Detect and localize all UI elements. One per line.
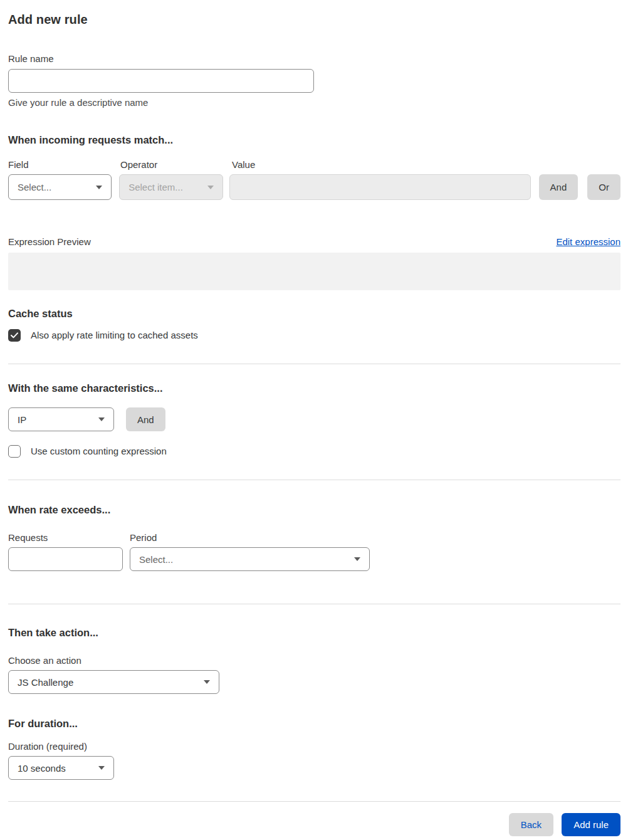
rule-name-input[interactable] bbox=[8, 69, 314, 93]
duration-select[interactable]: 10 seconds bbox=[8, 756, 114, 780]
choose-action-label: Choose an action bbox=[8, 654, 620, 667]
expression-preview-row: Expression Preview Edit expression bbox=[8, 236, 620, 248]
checkmark-icon bbox=[11, 332, 18, 339]
characteristics-and-button[interactable]: And bbox=[126, 407, 165, 431]
match-controls-row: Select... Select item... And Or bbox=[8, 174, 620, 200]
counting-checkbox-label: Use custom counting expression bbox=[31, 444, 167, 458]
period-label: Period bbox=[130, 532, 157, 544]
requests-input[interactable] bbox=[8, 547, 123, 571]
cache-checkbox-row: Also apply rate limiting to cached asset… bbox=[8, 328, 620, 342]
duration-label: Duration (required) bbox=[8, 740, 620, 753]
counting-expression-row: Use custom counting expression bbox=[8, 444, 620, 458]
rate-exceeds-heading: When rate exceeds... bbox=[8, 503, 620, 517]
chevron-down-icon bbox=[96, 186, 102, 189]
add-rule-button[interactable]: Add rule bbox=[562, 813, 620, 836]
characteristics-heading: With the same characteristics... bbox=[8, 381, 620, 395]
cache-checkbox-label: Also apply rate limiting to cached asset… bbox=[31, 328, 198, 342]
or-button[interactable]: Or bbox=[587, 174, 620, 200]
back-button[interactable]: Back bbox=[509, 813, 553, 836]
period-select[interactable]: Select... bbox=[130, 547, 370, 571]
chevron-down-icon bbox=[98, 766, 105, 770]
action-select[interactable]: JS Challenge bbox=[8, 670, 219, 694]
field-select-value: Select... bbox=[18, 182, 51, 192]
characteristic-select[interactable]: IP bbox=[8, 407, 114, 431]
take-action-heading: Then take action... bbox=[8, 626, 620, 639]
rate-controls-row: Select... bbox=[8, 547, 620, 571]
cache-assets-checkbox[interactable] bbox=[8, 329, 21, 342]
value-input bbox=[229, 174, 530, 200]
field-label: Field bbox=[8, 159, 120, 171]
match-labels-row: Field Operator Value bbox=[8, 159, 620, 171]
divider bbox=[8, 604, 620, 604]
expression-preview-label: Expression Preview bbox=[8, 236, 91, 248]
duration-heading: For duration... bbox=[8, 717, 620, 730]
page-title: Add new rule bbox=[8, 0, 620, 28]
divider bbox=[8, 801, 620, 802]
operator-select: Select item... bbox=[119, 174, 223, 200]
operator-label: Operator bbox=[120, 159, 232, 171]
expression-preview-box bbox=[8, 253, 620, 290]
custom-counting-checkbox[interactable] bbox=[8, 445, 21, 458]
divider bbox=[8, 364, 620, 364]
chevron-down-icon bbox=[207, 186, 214, 189]
rule-name-label: Rule name bbox=[8, 53, 620, 65]
rule-name-helper: Give your rule a descriptive name bbox=[8, 97, 620, 109]
divider bbox=[8, 480, 620, 480]
characteristics-row: IP And bbox=[8, 407, 620, 431]
value-label: Value bbox=[232, 159, 255, 171]
rate-labels-row: Requests Period bbox=[8, 532, 620, 544]
field-select[interactable]: Select... bbox=[8, 174, 112, 200]
chevron-down-icon bbox=[204, 680, 210, 684]
operator-select-value: Select item... bbox=[128, 182, 183, 192]
cache-status-heading: Cache status bbox=[8, 307, 620, 320]
edit-expression-link[interactable]: Edit expression bbox=[556, 236, 620, 248]
match-section-heading: When incoming requests match... bbox=[8, 133, 620, 147]
requests-label: Requests bbox=[8, 532, 130, 544]
chevron-down-icon bbox=[98, 417, 105, 421]
action-select-value: JS Challenge bbox=[18, 677, 73, 688]
characteristic-select-value: IP bbox=[18, 414, 26, 425]
footer-buttons-row: Back Add rule bbox=[8, 813, 620, 836]
and-button[interactable]: And bbox=[539, 174, 578, 200]
chevron-down-icon bbox=[354, 557, 360, 561]
period-select-value: Select... bbox=[139, 554, 173, 565]
duration-select-value: 10 seconds bbox=[18, 763, 66, 774]
